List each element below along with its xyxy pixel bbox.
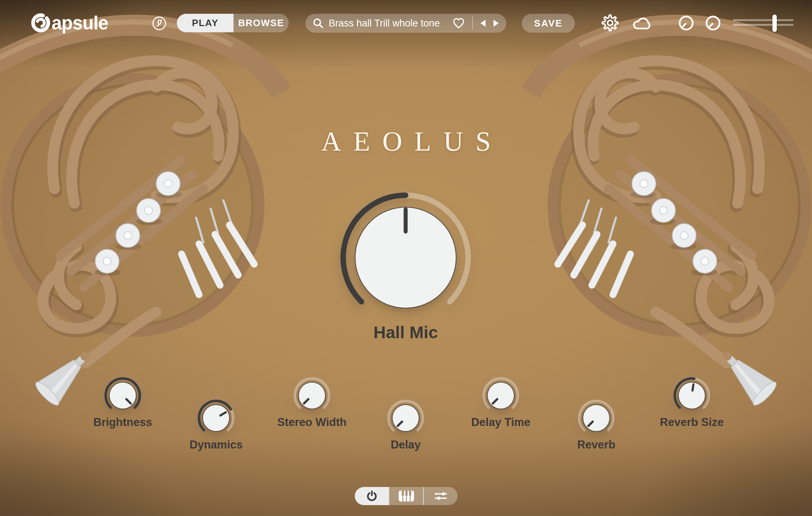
knob-delay[interactable]	[384, 396, 427, 441]
label-delay: Delay	[340, 438, 471, 451]
label-reverb-size: Reverb Size	[626, 416, 757, 429]
power-button[interactable]	[355, 487, 389, 505]
hall-mic-knob[interactable]	[331, 183, 480, 333]
capsule-logo-c-icon	[31, 13, 51, 33]
label-dynamics: Dynamics	[151, 438, 281, 451]
instrument-title: AEOLUS	[0, 126, 812, 157]
label-reverb: Reverb	[531, 438, 662, 451]
knob-dynamics[interactable]	[194, 396, 238, 441]
mixer-icon	[434, 491, 447, 501]
keyboard-button[interactable]	[389, 487, 423, 505]
plugin-window: apsule PLAY BROWSE Brass hall Trill whol…	[0, 0, 812, 516]
label-stereo-width: Stereo Width	[247, 416, 377, 429]
hall-mic-label: Hall Mic	[340, 322, 471, 342]
tuning-fork-button[interactable]	[152, 16, 167, 31]
tuning-fork-icon	[152, 16, 167, 31]
search-icon	[313, 18, 324, 29]
preset-name: Brass hall Trill whole tone	[329, 18, 440, 29]
tab-browse[interactable]: BROWSE	[234, 14, 289, 32]
capsule-logo: apsule	[31, 12, 108, 33]
volume-slider-thumb[interactable]	[772, 15, 777, 32]
preset-search-bar[interactable]: Brass hall Trill whole tone	[305, 14, 506, 33]
knob-a-icon[interactable]	[678, 15, 695, 32]
label-delay-time: Delay Time	[435, 416, 566, 429]
power-icon	[366, 490, 378, 502]
keyboard-icon	[399, 491, 414, 501]
save-button[interactable]: SAVE	[522, 14, 575, 33]
knob-brightness[interactable]	[101, 374, 145, 419]
knob-delay-time[interactable]	[479, 374, 523, 419]
tab-play[interactable]: PLAY	[177, 14, 234, 32]
knob-reverb-size[interactable]	[670, 374, 714, 419]
volume-slider[interactable]	[733, 14, 793, 33]
knob-reverb[interactable]	[575, 396, 618, 441]
cloud-icon[interactable]	[633, 17, 652, 30]
play-browse-switch: PLAY BROWSE	[177, 14, 289, 32]
volume-track-bottom	[733, 24, 793, 26]
next-arrow-icon[interactable]	[493, 19, 499, 27]
prev-arrow-icon[interactable]	[480, 19, 486, 27]
heart-icon[interactable]	[452, 17, 465, 29]
volume-track-top	[733, 19, 793, 21]
knob-b-icon[interactable]	[705, 15, 722, 32]
search-divider	[472, 17, 473, 30]
capsule-logo-text: apsule	[52, 12, 108, 34]
label-brightness: Brightness	[57, 416, 188, 429]
knob-stereo-width[interactable]	[290, 374, 334, 419]
footer-view-switch	[355, 487, 458, 505]
mixer-button[interactable]	[424, 487, 458, 505]
gear-icon[interactable]	[601, 13, 619, 32]
